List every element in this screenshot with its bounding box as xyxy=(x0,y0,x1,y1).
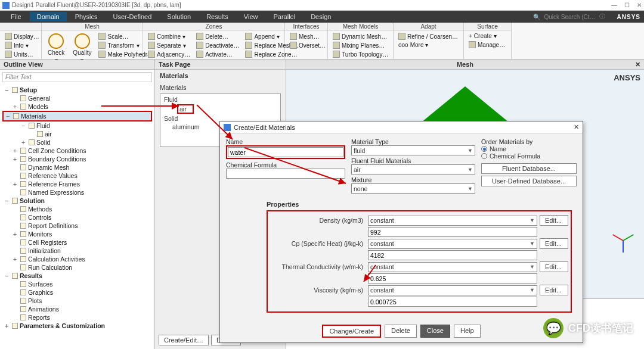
dialog-close-button[interactable]: Close xyxy=(420,325,450,338)
tree-item[interactable]: +Reference Frames xyxy=(2,180,152,188)
close-button[interactable]: ✕ xyxy=(637,2,642,8)
menu-view[interactable]: View xyxy=(237,12,265,21)
tree-item[interactable]: Animations xyxy=(2,305,152,313)
tree-item[interactable]: −Solution xyxy=(2,197,152,205)
user-database-button[interactable]: User-Defined Database... xyxy=(481,176,577,186)
prop-edit-button[interactable]: Edit... xyxy=(540,238,568,249)
mesh-close-icon[interactable]: ✕ xyxy=(635,61,640,68)
ribbon: Display… Info ▾ Units… Mesh Check ▾ Qual… xyxy=(0,23,644,60)
wechat-icon: 💬 xyxy=(543,318,564,338)
surface-create-button[interactable]: + Create ▾ xyxy=(466,32,507,40)
mesh-interfaces-button[interactable]: Mesh… xyxy=(287,32,328,40)
menu-domain[interactable]: Domain xyxy=(30,12,67,21)
tree-item[interactable]: Reports xyxy=(2,313,152,322)
tree-item[interactable]: −Fluid xyxy=(2,121,152,130)
ribbon-group-interfaces: Interfaces xyxy=(285,23,327,31)
menu-physics[interactable]: Physics xyxy=(68,12,105,21)
tree-item[interactable]: Methods xyxy=(2,205,152,213)
activate-button[interactable]: Activate… xyxy=(194,50,242,58)
tree-item[interactable]: +Monitors xyxy=(2,230,152,238)
combine-button[interactable]: Combine ▾ xyxy=(145,32,193,40)
dialog-close-icon[interactable]: ✕ xyxy=(574,123,579,131)
dynamic-mesh-button[interactable]: Dynamic Mesh… xyxy=(330,32,391,40)
prop-value-input[interactable] xyxy=(368,227,537,237)
create-edit-button[interactable]: Create/Edit… xyxy=(159,335,209,345)
deactivate-button[interactable]: Deactivate… xyxy=(194,41,242,49)
maximize-button[interactable]: ☐ xyxy=(624,2,630,8)
tree-item[interactable]: +Boundary Conditions xyxy=(2,155,152,163)
quick-search[interactable]: Quick Search (Ct… xyxy=(544,14,595,20)
mesh-header: Mesh ✕ xyxy=(286,60,644,70)
axis-triad[interactable] xyxy=(611,229,636,254)
properties-label: Properties xyxy=(267,201,572,208)
tree-item[interactable]: +Solid xyxy=(2,138,152,147)
svg-line-1 xyxy=(197,105,233,139)
tree-item[interactable]: −Setup xyxy=(2,86,152,94)
window-title: Design1 Parallel Fluent@USER-20190303IE … xyxy=(12,2,181,8)
tree-item[interactable]: −Results xyxy=(2,272,152,280)
menu-solution[interactable]: Solution xyxy=(160,12,198,21)
minimize-button[interactable]: — xyxy=(611,2,617,8)
order-name-radio[interactable]: Name xyxy=(481,145,577,152)
dialog-delete-button[interactable]: Delete xyxy=(385,325,417,338)
adapt-more-button[interactable]: ooo More ▾ xyxy=(396,41,460,49)
refine-button[interactable]: Refine / Coarsen… xyxy=(396,32,460,40)
dialog-help-button[interactable]: Help xyxy=(454,325,481,338)
tree-item[interactable]: Graphics xyxy=(2,288,152,297)
tree-item[interactable]: Reference Values xyxy=(2,172,152,180)
mat-type-label: Material Type xyxy=(351,138,475,145)
outline-header: Outline View xyxy=(0,60,154,70)
prop-value-input[interactable] xyxy=(368,250,537,260)
materials-list-label: Materials xyxy=(160,84,281,91)
info-button[interactable]: Info ▾ xyxy=(2,41,42,49)
delete-button[interactable]: Delete… xyxy=(194,32,242,40)
app-icon xyxy=(2,2,10,9)
prop-method-select[interactable]: constant▼ xyxy=(368,239,537,249)
prop-edit-button[interactable]: Edit... xyxy=(540,285,568,295)
tree-item[interactable]: Report Definitions xyxy=(2,222,152,230)
tree-item[interactable]: Initialization xyxy=(2,247,152,255)
ribbon-group-mesh: Mesh xyxy=(42,23,143,31)
viewport-logo: ANSYS xyxy=(614,73,640,82)
adjacency-button[interactable]: Adjacency… xyxy=(145,50,193,58)
watermark: 💬 CFD读书笔记 xyxy=(543,318,633,338)
order-formula-radio[interactable]: Chemical Formula xyxy=(481,152,577,160)
outline-tree[interactable]: −Setup General+Models−Materials−Fluid ai… xyxy=(0,85,154,349)
ribbon-group-zones: Zones xyxy=(143,23,284,31)
separate-button[interactable]: Separate ▾ xyxy=(145,41,193,49)
tree-item[interactable]: Plots xyxy=(2,297,152,305)
help-icon[interactable]: ⓘ xyxy=(599,13,605,21)
prop-edit-button[interactable]: Edit... xyxy=(540,261,568,272)
tree-item[interactable]: Run Calculation xyxy=(2,263,152,272)
prop-value-input[interactable] xyxy=(368,297,537,307)
tree-item[interactable]: +Parameters & Customization xyxy=(2,322,152,330)
menu-user-defined[interactable]: User-Defined xyxy=(106,12,159,21)
surface-manage-button[interactable]: Manage… xyxy=(466,40,507,49)
tree-item[interactable]: Dynamic Mesh xyxy=(2,163,152,172)
prop-edit-button[interactable]: Edit... xyxy=(540,215,568,226)
prop-method-select[interactable]: constant▼ xyxy=(368,216,537,226)
change-create-button[interactable]: Change/Create xyxy=(322,325,381,338)
order-label: Order Materials by xyxy=(481,138,577,145)
menu-parallel[interactable]: Parallel xyxy=(266,12,302,21)
fluent-database-button[interactable]: Fluent Database... xyxy=(481,163,577,174)
tree-item[interactable]: Named Expressions xyxy=(2,188,152,197)
display-button[interactable]: Display… xyxy=(2,32,42,40)
turbo-topology-button[interactable]: Turbo Topology… xyxy=(330,50,391,58)
tree-item[interactable]: Surfaces xyxy=(2,280,152,288)
units-button[interactable]: Units… xyxy=(2,50,42,58)
main-menu: File Domain Physics User-Defined Solutio… xyxy=(0,11,644,23)
tree-item[interactable]: Cell Registers xyxy=(2,238,152,247)
tree-item[interactable]: air xyxy=(2,130,152,138)
filter-input[interactable] xyxy=(2,72,152,82)
overset-button[interactable]: Overset… xyxy=(287,41,328,49)
mixing-planes-button[interactable]: Mixing Planes… xyxy=(330,41,391,49)
tree-item[interactable]: +Cell Zone Conditions xyxy=(2,147,152,155)
tree-item[interactable]: +Calculation Activities xyxy=(2,255,152,263)
task-title: Materials xyxy=(160,72,281,79)
menu-file[interactable]: File xyxy=(4,12,29,21)
menu-design[interactable]: Design xyxy=(304,12,338,21)
tree-item[interactable]: Controls xyxy=(2,213,152,222)
search-icon[interactable]: 🔍 xyxy=(533,14,540,20)
menu-results[interactable]: Results xyxy=(199,12,236,21)
